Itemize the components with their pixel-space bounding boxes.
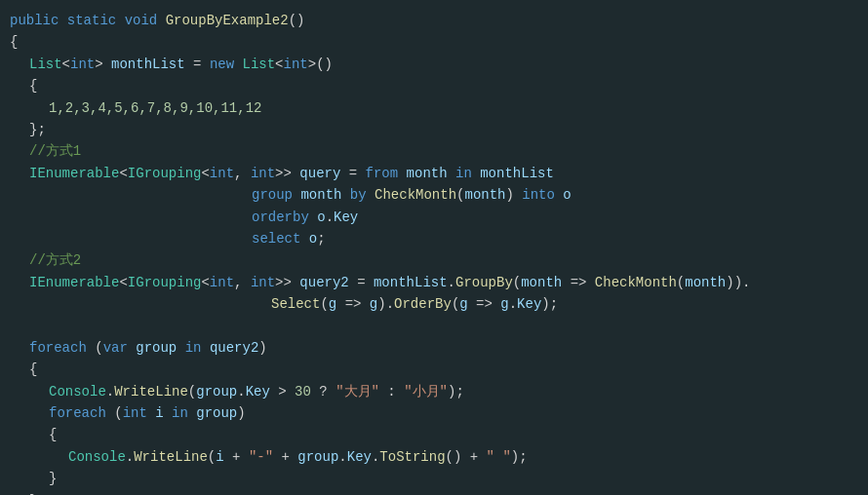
code-line-3: List<int> monthList = new List<int>() — [29, 54, 868, 75]
code-line-11: select o; — [252, 228, 868, 249]
code-line-12: //方式2 — [29, 249, 868, 271]
code-line-7: //方式1 — [29, 140, 868, 162]
code-line-2: { — [10, 31, 868, 53]
code-line-14: Select(g => g).OrderBy(g => g.Key); — [271, 293, 868, 315]
parens: () — [289, 10, 305, 31]
keyword-public: public — [10, 10, 67, 31]
code-line-22: } — [49, 468, 868, 489]
code-line-10: orderby o.Key — [252, 207, 868, 228]
code-line-19: foreach (int i in group) — [49, 402, 868, 424]
code-line-17: { — [29, 359, 868, 380]
code-line-5: 1,2,3,4,5,6,7,8,9,10,11,12 — [49, 97, 868, 119]
code-line-9: group month by CheckMonth(month) into o — [252, 184, 868, 206]
code-line-1: public static void GroupByExample2() — [10, 10, 868, 31]
code-line-13: IEnumerable<IGrouping<int, int>> query2 … — [29, 272, 868, 293]
keyword-void: void — [125, 10, 166, 31]
code-editor: public static void GroupByExample2() { L… — [0, 0, 868, 495]
code-line-20: { — [49, 424, 868, 445]
code-line-8: IEnumerable<IGrouping<int, int>> query =… — [29, 163, 868, 184]
code-line-16: foreach (var group in query2) — [29, 337, 868, 359]
keyword-static: static — [67, 10, 125, 31]
code-line-21: Console.WriteLine(i + "-" + group.Key.To… — [68, 446, 868, 468]
code-line-15 — [10, 315, 868, 336]
code-line-23: } — [29, 490, 868, 495]
code-line-4: { — [29, 75, 868, 96]
code-line-18: Console.WriteLine(group.Key > 30 ? "大月" … — [49, 381, 868, 402]
method-name: GroupByExample2 — [166, 10, 289, 31]
code-line-6: }; — [29, 119, 868, 140]
